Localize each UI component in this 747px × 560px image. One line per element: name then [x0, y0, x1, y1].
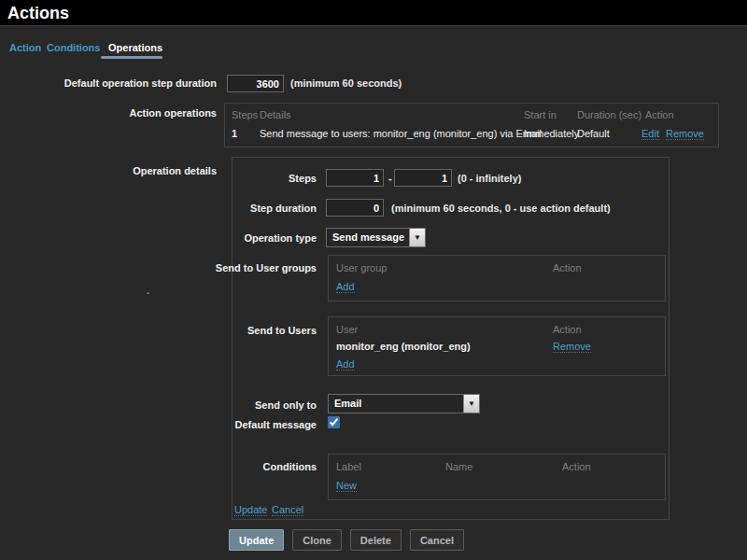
details-operation-type: Send message to users: — [260, 128, 371, 139]
users-table: User Action monitor_eng (monitor_eng) Re… — [328, 316, 666, 376]
operation-type-label: Operation type — [244, 232, 317, 244]
col-cond-action: Action — [562, 461, 591, 472]
remove-user-link[interactable]: Remove — [553, 341, 591, 353]
row-details-value: Send message to users: monitor_eng (moni… — [260, 128, 542, 139]
title-bar: Actions — [0, 0, 747, 26]
stray-period: . — [147, 285, 149, 296]
active-tab-underline — [101, 56, 162, 59]
steps-separator: - — [388, 173, 392, 184]
new-condition-link[interactable]: New — [336, 480, 357, 492]
operation-details-label: Operation details — [0, 165, 217, 176]
default-step-duration-input[interactable] — [227, 75, 284, 92]
col-details: Details — [260, 109, 291, 120]
operation-type-value: Send message — [332, 231, 404, 243]
steps-to-input[interactable] — [394, 169, 452, 187]
steps-hint: (0 - infinitely) — [458, 173, 521, 184]
default-step-duration-hint: (minimum 60 seconds) — [290, 77, 402, 89]
col-steps: Steps — [232, 109, 258, 120]
col-action: Action — [645, 109, 674, 120]
step-duration-label: Step duration — [250, 203, 317, 214]
col-label: Label — [336, 461, 361, 472]
col-user: User — [336, 324, 358, 335]
default-message-checkbox[interactable] — [328, 416, 340, 428]
steps-label: Steps — [289, 173, 317, 184]
remove-operation-link[interactable]: Remove — [666, 128, 704, 140]
col-user-group: User group — [336, 262, 387, 273]
delete-button[interactable]: Delete — [350, 529, 402, 551]
user-row-value: monitor_eng (monitor_eng) — [336, 341, 471, 352]
row-steps-value: 1 — [232, 128, 237, 139]
tab-conditions[interactable]: Conditions — [47, 42, 100, 53]
dropdown-arrow-icon: ▼ — [463, 395, 479, 413]
user-groups-table: User group Action Add — [328, 255, 666, 301]
actions-page: Actions Action Conditions Operations Def… — [0, 0, 747, 560]
page-title: Actions — [7, 4, 69, 23]
conditions-table: Label Name Action New — [328, 454, 666, 500]
operation-details-panel: Steps - (0 - infinitely) Step duration (… — [232, 157, 669, 520]
tab-action[interactable]: Action — [9, 42, 41, 53]
step-duration-hint: (minimum 60 seconds, 0 - use action defa… — [391, 203, 611, 214]
col-user-action: Action — [553, 324, 582, 335]
action-operations-label: Action operations — [0, 107, 217, 119]
update-button[interactable]: Update — [229, 529, 284, 551]
col-duration: Duration (sec) — [577, 109, 641, 120]
default-message-label: Default message — [235, 419, 317, 430]
tab-operations[interactable]: Operations — [108, 42, 162, 53]
row-duration-value: Default — [577, 128, 610, 139]
details-target: monitor_eng (monitor_eng) via Email — [371, 128, 542, 139]
send-only-to-value: Email — [334, 398, 361, 409]
cancel-operation-link[interactable]: Cancel — [272, 504, 303, 516]
add-user-link[interactable]: Add — [336, 358, 355, 371]
row-start-in-value: Immediately — [524, 128, 579, 139]
col-start-in: Start in — [524, 109, 557, 120]
cancel-button[interactable]: Cancel — [410, 529, 464, 551]
dropdown-arrow-icon: ▼ — [409, 229, 425, 246]
clone-button[interactable]: Clone — [292, 529, 342, 551]
steps-from-input[interactable] — [326, 169, 384, 187]
edit-operation-link[interactable]: Edit — [641, 128, 659, 140]
send-to-user-groups-label: Send to User groups — [216, 262, 317, 273]
default-step-duration-label: Default operation step duration — [0, 77, 217, 89]
form-buttons: Update Clone Delete Cancel — [229, 529, 464, 551]
operation-type-select[interactable]: Send message ▼ — [326, 228, 426, 247]
send-only-to-label: Send only to — [255, 399, 317, 411]
col-name: Name — [445, 461, 472, 472]
add-user-group-link[interactable]: Add — [336, 281, 355, 293]
update-operation-link[interactable]: Update — [234, 504, 267, 516]
conditions-label: Conditions — [263, 461, 317, 472]
action-operations-table: Steps Details Start in Duration (sec) Ac… — [224, 103, 719, 147]
col-user-group-action: Action — [553, 262, 582, 273]
send-to-users-label: Send to Users — [247, 325, 317, 336]
send-only-to-select[interactable]: Email ▼ — [328, 394, 480, 413]
step-duration-input[interactable] — [326, 199, 384, 217]
